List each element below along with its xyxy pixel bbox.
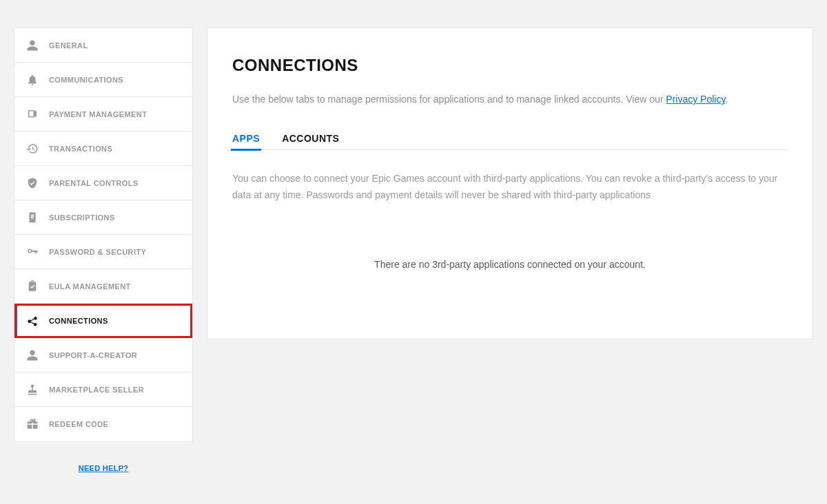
- description-prefix: Use the below tabs to manage permissions…: [232, 94, 666, 105]
- card-icon: [25, 107, 39, 121]
- sidebar-item-eula-management[interactable]: EULA MANAGEMENT: [14, 269, 192, 304]
- sidebar-item-label: MARKETPLACE SELLER: [49, 386, 144, 394]
- sidebar-item-label: CONNECTIONS: [49, 317, 108, 325]
- description-suffix: .: [725, 94, 728, 105]
- sidebar-item-support-a-creator[interactable]: SUPPORT-A-CREATOR: [14, 338, 192, 372]
- tab-apps[interactable]: APPS: [232, 127, 260, 149]
- stamp-icon: [25, 383, 39, 397]
- tabs: APPS ACCOUNTS: [232, 127, 788, 150]
- person-icon: [25, 348, 39, 362]
- receipt-icon: [25, 211, 39, 224]
- sidebar-item-label: TRANSACTIONS: [49, 145, 112, 153]
- sidebar-item-marketplace-seller[interactable]: MARKETPLACE SELLER: [14, 372, 192, 407]
- history-icon: [25, 142, 39, 156]
- page-description: Use the below tabs to manage permissions…: [232, 92, 788, 107]
- bell-icon: [25, 73, 39, 87]
- shield-check-icon: [25, 176, 39, 190]
- key-icon: [25, 245, 39, 259]
- sidebar-item-payment-management[interactable]: PAYMENT MANAGEMENT: [14, 97, 192, 132]
- sidebar-item-communications[interactable]: COMMUNICATIONS: [14, 63, 192, 97]
- page-title: CONNECTIONS: [232, 56, 788, 75]
- need-help-container: NEED HELP?: [14, 442, 193, 482]
- sidebar-item-label: SUBSCRIPTIONS: [49, 213, 115, 222]
- sidebar-item-label: REDEEM CODE: [49, 420, 108, 428]
- sidebar-item-label: EULA MANAGEMENT: [49, 282, 131, 291]
- clipboard-check-icon: [25, 280, 39, 293]
- sidebar-item-connections[interactable]: CONNECTIONS: [14, 304, 192, 338]
- sidebar-item-label: PARENTAL CONTROLS: [49, 179, 139, 187]
- person-icon: [25, 39, 39, 52]
- sidebar-item-label: PAYMENT MANAGEMENT: [49, 110, 147, 118]
- main-panel: CONNECTIONS Use the below tabs to manage…: [207, 28, 813, 339]
- gift-icon: [25, 417, 39, 431]
- sidebar-item-password-security[interactable]: PASSWORD & SECURITY: [14, 235, 192, 269]
- sidebar-item-label: SUPPORT-A-CREATOR: [49, 351, 137, 359]
- sidebar-item-label: PASSWORD & SECURITY: [49, 248, 146, 256]
- sidebar-item-general[interactable]: GENERAL: [14, 28, 192, 63]
- need-help-link[interactable]: NEED HELP?: [79, 464, 129, 472]
- share-icon: [25, 314, 39, 328]
- sidebar-item-parental-controls[interactable]: PARENTAL CONTROLS: [14, 166, 192, 200]
- sidebar-item-transactions[interactable]: TRANSACTIONS: [14, 132, 192, 166]
- sidebar-item-redeem-code[interactable]: REDEEM CODE: [14, 407, 192, 441]
- tab-description: You can choose to connect your Epic Game…: [232, 171, 788, 204]
- sidebar-item-subscriptions[interactable]: SUBSCRIPTIONS: [14, 200, 192, 235]
- privacy-policy-link[interactable]: Privacy Policy: [666, 94, 725, 105]
- sidebar-item-label: GENERAL: [49, 41, 88, 50]
- empty-state-message: There are no 3rd-party applications conn…: [232, 245, 788, 297]
- tab-accounts[interactable]: ACCOUNTS: [282, 127, 339, 149]
- sidebar-item-label: COMMUNICATIONS: [49, 76, 123, 84]
- sidebar: GENERAL COMMUNICATIONS PAYMENT MANAGEMEN…: [14, 28, 193, 442]
